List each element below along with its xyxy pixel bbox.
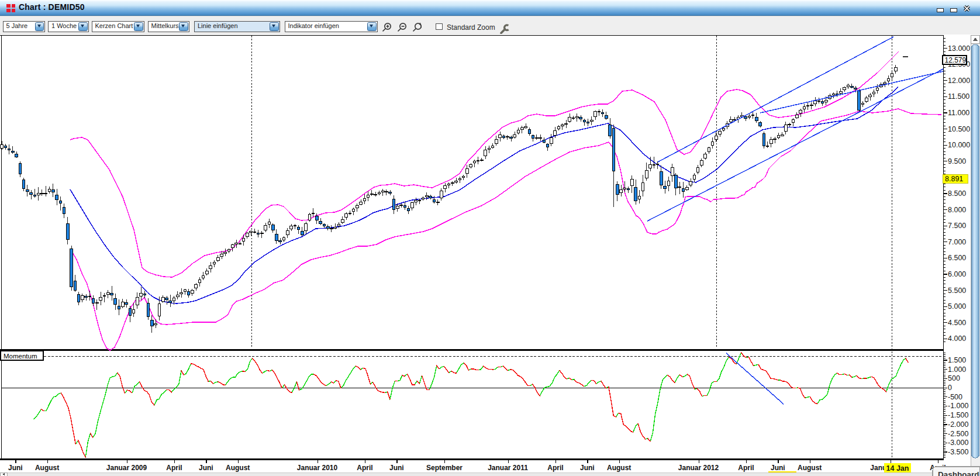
- svg-text:7.000: 7.000: [948, 238, 966, 246]
- svg-text:11.000: 11.000: [948, 109, 969, 117]
- svg-text:12.579: 12.579: [945, 56, 967, 64]
- svg-text:6.500: 6.500: [948, 254, 966, 262]
- svg-text:10.500: 10.500: [948, 125, 970, 133]
- svg-text:April: April: [166, 464, 182, 472]
- svg-text:Januar 2010: Januar 2010: [297, 464, 338, 472]
- svg-text:8.000: 8.000: [948, 206, 966, 214]
- svg-text:August: August: [607, 464, 631, 472]
- svg-text:Dashboard: Dashboard: [938, 470, 979, 476]
- svg-text:Januar 2011: Januar 2011: [488, 464, 528, 472]
- svg-text:-500: -500: [948, 393, 962, 401]
- svg-text:-2.500: -2.500: [948, 430, 968, 438]
- svg-text:8.500: 8.500: [948, 189, 966, 198]
- svg-text:11.500: 11.500: [948, 92, 969, 101]
- svg-text:9.500: 9.500: [948, 157, 966, 165]
- svg-text:12.000: 12.000: [948, 77, 970, 85]
- svg-text:5.500: 5.500: [948, 287, 966, 295]
- svg-text:500: 500: [948, 374, 960, 382]
- svg-text:April: April: [547, 464, 563, 472]
- svg-text:Juni: Juni: [771, 464, 785, 472]
- svg-text:-2.000: -2.000: [948, 420, 968, 429]
- svg-text:-1.500: -1.500: [948, 411, 968, 419]
- svg-text:August: August: [226, 464, 250, 472]
- svg-text:4.500: 4.500: [948, 319, 966, 327]
- svg-text:Januar 2009: Januar 2009: [106, 464, 147, 472]
- svg-text:1.000: 1.000: [948, 365, 966, 374]
- svg-text:Januar 2012: Januar 2012: [678, 464, 719, 472]
- svg-text:April: April: [738, 464, 754, 472]
- svg-text:4.000: 4.000: [948, 334, 966, 343]
- svg-text:April: April: [357, 464, 372, 472]
- svg-text:6.000: 6.000: [948, 270, 966, 278]
- svg-text:Juni: Juni: [580, 464, 595, 472]
- svg-text:13.000: 13.000: [948, 44, 970, 53]
- svg-text:Juni: Juni: [389, 464, 404, 472]
- svg-text:14 Jan: 14 Jan: [886, 464, 909, 472]
- svg-text:8.891: 8.891: [945, 175, 963, 183]
- svg-text:Juni: Juni: [8, 464, 23, 472]
- svg-text:5.000: 5.000: [948, 302, 966, 311]
- svg-text:-3.000: -3.000: [948, 439, 968, 447]
- svg-text:September: September: [426, 464, 463, 472]
- svg-text:10.000: 10.000: [948, 141, 970, 149]
- svg-text:Juni: Juni: [199, 464, 213, 472]
- svg-text:-1.000: -1.000: [948, 402, 968, 410]
- svg-text:August: August: [798, 464, 822, 472]
- svg-text:1.500: 1.500: [948, 356, 966, 364]
- svg-text:0: 0: [948, 384, 952, 392]
- svg-text:August: August: [35, 464, 59, 472]
- svg-text:-3.500: -3.500: [948, 448, 968, 456]
- svg-text:Momentum: Momentum: [4, 353, 37, 360]
- svg-text:7.500: 7.500: [948, 222, 966, 230]
